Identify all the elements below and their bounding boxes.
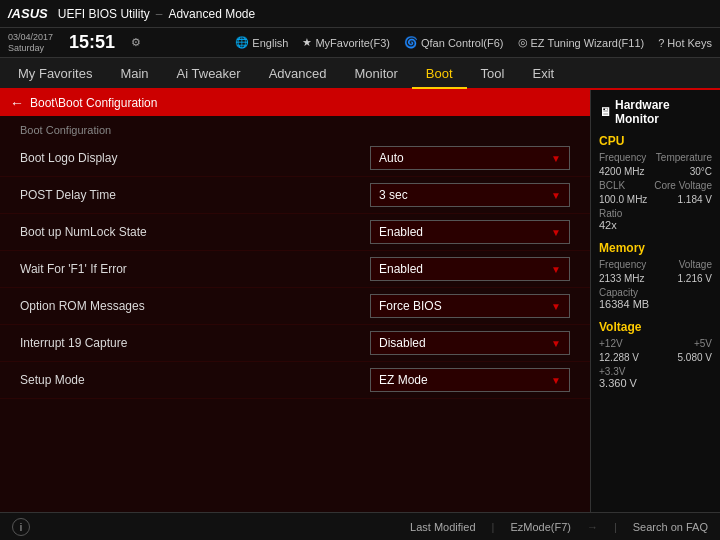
dropdown-arrow-icon: ▼ — [551, 227, 561, 238]
asus-logo: /ASUS — [8, 6, 48, 21]
cpu-freq-label: Frequency — [599, 152, 646, 163]
cpu-bclk-value: 100.0 MHz — [599, 194, 647, 205]
search-faq-button[interactable]: Search on FAQ — [633, 521, 708, 533]
wait-f1-dropdown[interactable]: Enabled ▼ — [370, 257, 570, 281]
star-icon: ★ — [302, 36, 312, 49]
gear-icon[interactable]: ⚙ — [131, 36, 141, 49]
language-selector[interactable]: 🌐 English — [235, 36, 288, 49]
separator1: | — [492, 521, 495, 533]
post-delay-label: POST Delay Time — [20, 188, 370, 202]
v33-label: +3.3V — [599, 366, 712, 377]
bottom-left: i — [12, 518, 30, 536]
setting-row-setup-mode: Setup Mode EZ Mode ▼ — [0, 362, 590, 399]
dropdown-arrow-icon: ▼ — [551, 153, 561, 164]
volt-12-val-row: 12.288 V 5.080 V — [599, 352, 712, 363]
post-delay-dropdown[interactable]: 3 sec ▼ — [370, 183, 570, 207]
ez-tuning-label: EZ Tuning Wizard(F11) — [531, 37, 645, 49]
language-label: English — [252, 37, 288, 49]
v5-value: 5.080 V — [678, 352, 712, 363]
wait-f1-label: Wait For 'F1' If Error — [20, 262, 370, 276]
hotkeys-label: Hot Keys — [667, 37, 712, 49]
main-content: ← Boot\Boot Configuration Boot Configura… — [0, 90, 720, 512]
mem-volt-label: Voltage — [679, 259, 712, 270]
cpu-corevolt-value: 1.184 V — [678, 194, 712, 205]
myfavorite-button[interactable]: ★ MyFavorite(F3) — [302, 36, 390, 49]
separator3: | — [614, 521, 617, 533]
rom-messages-value: Force BIOS — [379, 299, 442, 313]
voltage-section: Voltage +12V +5V 12.288 V 5.080 V +3.3V … — [599, 320, 712, 389]
interrupt19-value: Disabled — [379, 336, 426, 350]
date-line1: 03/04/2017 — [8, 32, 53, 43]
cpu-ratio-label: Ratio — [599, 208, 712, 219]
ez-tuning-button[interactable]: ◎ EZ Tuning Wizard(F11) — [518, 36, 645, 49]
tab-main[interactable]: Main — [106, 58, 162, 88]
volt-12-row: +12V +5V — [599, 338, 712, 349]
mem-freq-row: Frequency Voltage — [599, 259, 712, 270]
setup-mode-label: Setup Mode — [20, 373, 370, 387]
fan-icon: 🌀 — [404, 36, 418, 49]
numlock-label: Boot up NumLock State — [20, 225, 370, 239]
numlock-value: Enabled — [379, 225, 423, 239]
cpu-bclk-val-row: 100.0 MHz 1.184 V — [599, 194, 712, 205]
setup-mode-dropdown[interactable]: EZ Mode ▼ — [370, 368, 570, 392]
back-arrow-icon[interactable]: ← — [10, 95, 24, 111]
cpu-section-title: CPU — [599, 134, 712, 148]
dropdown-arrow-icon: ▼ — [551, 375, 561, 386]
qfan-label: Qfan Control(F6) — [421, 37, 504, 49]
tuning-icon: ◎ — [518, 36, 528, 49]
tab-monitor[interactable]: Monitor — [341, 58, 412, 88]
bottom-bar: i Last Modified | EzMode(F7) → | Search … — [0, 512, 720, 540]
setup-mode-value: EZ Mode — [379, 373, 428, 387]
cpu-freq-val-row: 4200 MHz 30°C — [599, 166, 712, 177]
dropdown-arrow-icon: ▼ — [551, 301, 561, 312]
breadcrumb-label: Boot\Boot Configuration — [30, 96, 157, 110]
hotkeys-button[interactable]: ? Hot Keys — [658, 37, 712, 49]
memory-section-title: Memory — [599, 241, 712, 255]
tab-my-favorites[interactable]: My Favorites — [4, 58, 106, 88]
tab-advanced[interactable]: Advanced — [255, 58, 341, 88]
cpu-temp-label: Temperature — [656, 152, 712, 163]
date-display: 03/04/2017 Saturday — [8, 32, 53, 54]
tab-exit[interactable]: Exit — [518, 58, 568, 88]
v12-value: 12.288 V — [599, 352, 639, 363]
dropdown-arrow-icon: ▼ — [551, 338, 561, 349]
ez-mode-button[interactable]: EzMode(F7) — [510, 521, 571, 533]
mem-freq-label: Frequency — [599, 259, 646, 270]
setting-row-post-delay: POST Delay Time 3 sec ▼ — [0, 177, 590, 214]
dropdown-arrow-icon: ▼ — [551, 190, 561, 201]
numlock-dropdown[interactable]: Enabled ▼ — [370, 220, 570, 244]
breadcrumb: ← Boot\Boot Configuration — [0, 90, 590, 116]
post-delay-value: 3 sec — [379, 188, 408, 202]
language-icon: 🌐 — [235, 36, 249, 49]
boot-logo-dropdown[interactable]: Auto ▼ — [370, 146, 570, 170]
rom-messages-dropdown[interactable]: Force BIOS ▼ — [370, 294, 570, 318]
info-button[interactable]: i — [12, 518, 30, 536]
info-icons-bar: 🌐 English ★ MyFavorite(F3) 🌀 Qfan Contro… — [235, 36, 712, 49]
qfan-button[interactable]: 🌀 Qfan Control(F6) — [404, 36, 504, 49]
setting-row-boot-logo: Boot Logo Display Auto ▼ — [0, 140, 590, 177]
v5-label: +5V — [694, 338, 712, 349]
dropdown-arrow-icon: ▼ — [551, 264, 561, 275]
cpu-bclk-row: BCLK Core Voltage — [599, 180, 712, 191]
tab-tool[interactable]: Tool — [467, 58, 519, 88]
v12-label: +12V — [599, 338, 623, 349]
rom-messages-label: Option ROM Messages — [20, 299, 370, 313]
cpu-freq-row: Frequency Temperature — [599, 152, 712, 163]
bios-title: UEFI BIOS Utility — [58, 7, 150, 21]
advanced-mode-label: Advanced Mode — [168, 7, 255, 21]
boot-logo-label: Boot Logo Display — [20, 151, 370, 165]
interrupt19-dropdown[interactable]: Disabled ▼ — [370, 331, 570, 355]
mem-cap-label: Capacity — [599, 287, 712, 298]
cpu-section: CPU Frequency Temperature 4200 MHz 30°C … — [599, 134, 712, 231]
info-bar: 03/04/2017 Saturday 15:51 ⚙ 🌐 English ★ … — [0, 28, 720, 58]
hw-monitor-title: 🖥 Hardware Monitor — [599, 98, 712, 126]
wait-f1-value: Enabled — [379, 262, 423, 276]
monitor-icon: 🖥 — [599, 105, 611, 119]
myfavorite-label: MyFavorite(F3) — [315, 37, 390, 49]
v33-value: 3.360 V — [599, 377, 712, 389]
time-display: 15:51 — [69, 32, 115, 53]
tab-boot[interactable]: Boot — [412, 59, 467, 89]
mem-freq-value: 2133 MHz — [599, 273, 645, 284]
tab-ai-tweaker[interactable]: Ai Tweaker — [163, 58, 255, 88]
last-modified-label: Last Modified — [410, 521, 475, 533]
